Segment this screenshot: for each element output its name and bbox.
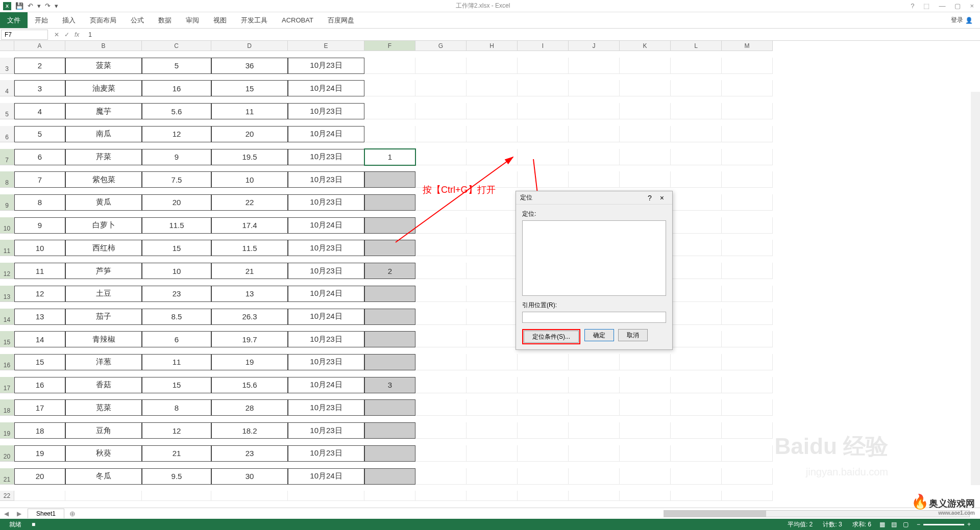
cell[interactable]: 10月24日 — [288, 80, 364, 96]
cell[interactable] — [722, 286, 773, 302]
cell[interactable] — [467, 491, 518, 501]
cell[interactable] — [620, 80, 671, 96]
cell[interactable] — [415, 445, 467, 462]
sheet-tab[interactable]: Sheet1 — [28, 509, 64, 518]
dialog-close-icon[interactable]: × — [656, 194, 668, 202]
cell[interactable] — [569, 468, 620, 485]
cell[interactable]: 西红柿 — [65, 240, 142, 256]
cell[interactable] — [364, 422, 415, 439]
cell[interactable] — [518, 149, 569, 165]
cell[interactable] — [467, 80, 518, 96]
cell[interactable] — [364, 103, 415, 119]
cell[interactable] — [415, 194, 467, 211]
view-buttons[interactable]: ▦▤▢ — [876, 521, 912, 528]
cell[interactable] — [467, 286, 518, 302]
cell[interactable] — [467, 309, 518, 325]
cell[interactable] — [722, 491, 773, 501]
cell[interactable] — [518, 377, 569, 393]
cell[interactable] — [569, 422, 620, 439]
cell[interactable] — [569, 103, 620, 119]
reference-input[interactable] — [522, 312, 666, 323]
row-header[interactable]: 7 — [0, 149, 14, 165]
macro-record-icon[interactable]: ■ — [27, 521, 40, 528]
login-button[interactable]: 登录👤 — [944, 12, 980, 28]
cell[interactable]: 19.5 — [211, 149, 288, 165]
cell[interactable] — [671, 217, 722, 234]
tab-baidu[interactable]: 百度网盘 — [321, 12, 361, 28]
zoom-out-icon[interactable]: − — [917, 521, 920, 528]
cell[interactable]: 16 — [142, 80, 211, 96]
cell[interactable] — [467, 331, 518, 347]
column-header[interactable]: K — [620, 41, 671, 51]
cell[interactable]: 10月24日 — [288, 126, 364, 142]
cell[interactable]: 10月23日 — [288, 171, 364, 188]
cell[interactable] — [671, 149, 722, 165]
qat-dropdown-icon[interactable]: ▾ — [37, 2, 41, 10]
row-header[interactable]: 14 — [0, 309, 14, 325]
name-box[interactable]: F7 — [1, 30, 48, 40]
undo-icon[interactable]: ↶ — [28, 2, 33, 10]
column-header[interactable]: A — [14, 41, 65, 51]
cell[interactable]: 12 — [142, 126, 211, 142]
cell[interactable] — [518, 399, 569, 416]
cell[interactable] — [288, 491, 364, 501]
cell[interactable] — [620, 445, 671, 462]
cell[interactable] — [415, 309, 467, 325]
cell[interactable] — [467, 445, 518, 462]
cell[interactable]: 17 — [14, 399, 65, 416]
cell[interactable] — [518, 468, 569, 485]
cell[interactable]: 19.7 — [211, 331, 288, 347]
cell[interactable]: 10月24日 — [288, 468, 364, 485]
cell[interactable] — [569, 445, 620, 462]
column-header[interactable]: B — [65, 41, 142, 51]
cell[interactable]: 芹菜 — [65, 149, 142, 165]
tab-review[interactable]: 审阅 — [179, 12, 206, 28]
tab-view[interactable]: 视图 — [206, 12, 234, 28]
row-header[interactable]: 16 — [0, 354, 14, 370]
cell[interactable] — [467, 194, 518, 211]
row-header[interactable]: 5 — [0, 103, 14, 119]
cell[interactable]: 10月24日 — [288, 309, 364, 325]
row-header[interactable]: 15 — [0, 331, 14, 347]
cell[interactable] — [415, 331, 467, 347]
add-sheet-icon[interactable]: ⊕ — [64, 510, 81, 518]
cell[interactable]: 10月23日 — [288, 194, 364, 211]
cell[interactable] — [722, 126, 773, 142]
cell[interactable] — [722, 240, 773, 256]
cell[interactable] — [671, 80, 722, 96]
sheet-nav-right-icon[interactable]: ▶ — [13, 510, 26, 517]
row-header[interactable]: 20 — [0, 445, 14, 462]
cell[interactable] — [364, 58, 415, 74]
cell[interactable] — [671, 263, 722, 279]
cell[interactable] — [671, 286, 722, 302]
cell[interactable] — [415, 58, 467, 74]
cell[interactable]: 15 — [14, 354, 65, 370]
cell[interactable]: 香菇 — [65, 377, 142, 393]
cell[interactable]: 10月23日 — [288, 331, 364, 347]
cell[interactable]: 8 — [14, 194, 65, 211]
cell[interactable] — [415, 263, 467, 279]
cell[interactable]: 23 — [211, 445, 288, 462]
cell[interactable] — [671, 126, 722, 142]
row-header[interactable]: 3 — [0, 58, 14, 74]
cell[interactable]: 10月23日 — [288, 263, 364, 279]
cell[interactable]: 9.5 — [142, 468, 211, 485]
cell[interactable]: 19 — [14, 445, 65, 462]
cell[interactable]: 10月23日 — [288, 354, 364, 370]
cell[interactable] — [364, 468, 415, 485]
cell[interactable] — [467, 377, 518, 393]
cell[interactable]: 2 — [14, 58, 65, 74]
cell[interactable] — [415, 240, 467, 256]
cell[interactable] — [722, 194, 773, 211]
row-header[interactable]: 18 — [0, 399, 14, 416]
cell[interactable]: 12 — [142, 422, 211, 439]
cell[interactable] — [671, 240, 722, 256]
cell[interactable] — [14, 491, 65, 501]
qat-more-icon[interactable]: ▾ — [55, 2, 58, 10]
cell[interactable]: 10月23日 — [288, 58, 364, 74]
cell[interactable] — [722, 422, 773, 439]
cell[interactable]: 油麦菜 — [65, 80, 142, 96]
column-header[interactable]: H — [467, 41, 518, 51]
cell[interactable] — [671, 422, 722, 439]
cell[interactable] — [569, 149, 620, 165]
